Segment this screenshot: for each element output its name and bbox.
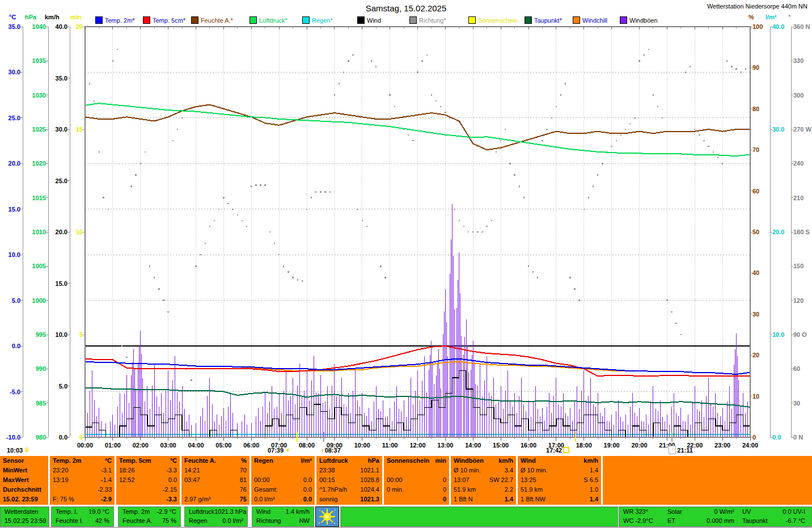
svg-text:360 N: 360 N [793,23,810,30]
stats-column-temp-5cm: Temp. 5cm°C18:26-3.312:520.0-2.15-3.3 [116,456,180,505]
svg-text:00:00: 00:00 [77,442,93,449]
svg-text:10.0: 10.0 [772,331,784,338]
svg-text:180 S: 180 S [793,229,810,235]
svg-text:20.0: 20.0 [9,160,20,167]
stats-col-title: Sonnenschein [387,456,429,466]
stats-cell-time: Ø 10 min. [521,466,548,475]
svg-text:25.0: 25.0 [9,115,20,121]
stats-column-divider [180,456,181,505]
uv-label: UV [742,507,751,516]
weather-chart: 00:0001:0002:0003:0004:0005:0006:0007:00… [0,0,812,456]
stats-col-unit: l/m² [301,456,312,466]
svg-text:1005: 1005 [32,263,46,269]
stats-cell-time: 00:00 [387,475,403,485]
svg-text:1030: 1030 [32,92,46,99]
svg-text:20: 20 [76,23,83,30]
svg-text:10: 10 [752,393,759,400]
stats-col-unit: min [435,456,446,466]
stats-col-title: Temp. 2m [53,456,82,466]
svg-text:10.0: 10.0 [9,251,20,258]
stats-col-unit: °C [105,456,112,466]
stats-table: SensorMinWertMaxWertDurchschnitt15.02. 2… [0,456,812,505]
stats-cell-time: 12:52 [119,475,135,485]
stats-cell-value: 1.4 [505,495,513,504]
svg-text:06:00: 06:00 [243,442,259,449]
svg-text:14:00: 14:00 [465,442,481,449]
status-app-label: Wetterdaten [5,507,39,516]
svg-text:30.0: 30.0 [772,126,784,133]
svg-text:330: 330 [793,57,803,64]
stats-column-divider [115,456,116,505]
stats-cell-time: Ø 10 min. [454,466,481,475]
stats-col-unit: °C [170,456,177,466]
svg-text:120: 120 [793,297,803,304]
svg-text:0 N: 0 N [793,434,803,441]
svg-text:16:00: 16:00 [521,442,536,449]
svg-text:35.0: 35.0 [56,75,67,82]
stats-cell-time: 13:19 [53,475,69,485]
stats-column-windb-en: Windböenkm/hØ 10 min.3.413:07SW 22.751.9… [451,456,516,505]
dewpoint-value: -6.7 °C [786,516,805,525]
svg-text:13:00: 13:00 [437,442,453,449]
svg-text:150: 150 [793,263,803,269]
svg-text:1035: 1035 [32,57,46,64]
pressure-label: Luftdruck [189,507,214,516]
svg-text:300: 300 [793,92,803,99]
svg-text:40.0: 40.0 [772,23,784,30]
uv-value: 0.0 UV-I [783,507,805,516]
stats-cell-value: 1021.3 [360,495,379,504]
stats-cell-value: 0 [443,495,446,504]
stats-cell-time: 0.0 l/m² [254,495,275,504]
svg-text:08:00: 08:00 [299,442,315,449]
svg-text:10: 10 [76,229,83,235]
astro-marker-1003: 10:03♛ [7,446,29,454]
stats-column-feuchte-a-: Feuchte A.%14:217003:4781762.97 g/m³75 [181,456,249,505]
rain-value: 0.0 l/m² [222,516,243,525]
astro-marker-time: 08:37 [325,447,341,454]
stats-column-divider [449,456,451,505]
svg-text:210: 210 [793,195,803,201]
dewpoint-label: Taupunkt [742,516,768,525]
sun-up-arrow-icon: ↑ [320,447,324,454]
stats-cell-value: SW 22.7 [489,475,513,485]
stats-cell-value: 76 [240,485,247,495]
windchill-value: WC -2.9°C [623,516,653,525]
svg-text:100: 100 [752,23,763,30]
stats-cell-value: -2.15 [163,485,177,495]
stats-column-sonnenschein: Sonnenscheinmin00:0000 min.00 [384,456,449,505]
svg-text:35.0: 35.0 [9,23,20,30]
stats-cell-value: 1.4 [590,466,598,475]
stats-col-unit: km/h [583,456,598,466]
astro-marker-1742: 17:42 [546,446,569,454]
svg-text:15: 15 [76,126,83,133]
stats-col-unit: km/h [498,456,513,466]
stats-cell-time: Gesamt: [254,485,278,495]
svg-text:05:00: 05:00 [215,442,231,449]
astro-marker-time: 17:42 [546,447,562,454]
stats-cell-value: -2.33 [98,485,112,495]
stats-cell-value: -3.3 [166,466,177,475]
svg-text:20:00: 20:00 [631,442,647,449]
svg-text:985: 985 [36,400,46,407]
svg-text:30.0: 30.0 [9,69,20,75]
svg-text:18:00: 18:00 [576,442,592,449]
stats-cell-value: 3.4 [505,466,513,475]
weather-symbol-box [315,506,339,527]
stats-column-regen: Regenl/m²00:000.0Gesamt:0.00.0 l/m²0.0 [251,456,315,505]
solar-label: Solar [667,507,682,516]
stats-cell-time: 23:20 [53,466,69,475]
stats-row-label: 15.02. 23:59 [3,495,38,504]
stats-cell-value: 0 [443,475,446,485]
svg-text:995: 995 [36,331,46,338]
astro-marker-0837: ↑08:37 [320,446,341,454]
svg-text:01:00: 01:00 [105,442,121,449]
status-bar: Wetterdaten 15.02.25 23:59 Temp. I.19.0 … [0,506,812,527]
status-datetime: 15.02.25 23:59 [5,516,46,525]
stats-row-label: Sensor [3,456,24,466]
svg-text:5.0: 5.0 [12,297,20,304]
status-box-outdoor: Temp. 2m-2.9 °C Feuchte A.75 % [118,506,181,527]
stats-col-unit: hPa [368,456,379,466]
et-label: ET [667,516,675,525]
stats-cell-value: 1028.8 [360,475,379,485]
stats-cell-value: 0.0 [303,475,312,485]
